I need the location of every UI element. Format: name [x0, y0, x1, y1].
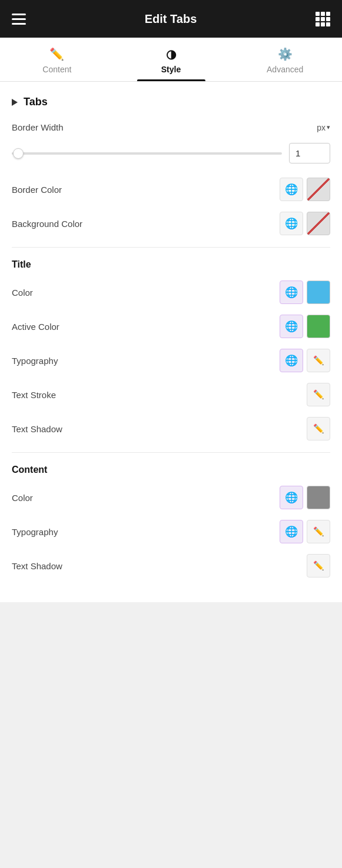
background-color-controls: 🌐	[280, 212, 330, 235]
content-typography-edit-button[interactable]: ✏️	[307, 520, 330, 543]
content-text-shadow-label: Text Shadow	[12, 561, 62, 571]
tabs-section-header: Tabs	[12, 96, 330, 108]
tab-content-label: Content	[42, 65, 71, 74]
border-width-row: Border Width px ▾	[12, 122, 330, 132]
title-color-label: Color	[12, 288, 33, 298]
title-typography-edit-button[interactable]: ✏️	[307, 349, 330, 372]
content-color-label: Color	[12, 493, 33, 503]
border-color-controls: 🌐	[280, 178, 330, 201]
title-typography-label: Typography	[12, 356, 58, 366]
grid-menu-icon[interactable]	[316, 12, 330, 26]
hamburger-menu-icon[interactable]	[12, 14, 26, 25]
content-typography-row: Typography 🌐 ✏️	[12, 520, 330, 543]
active-color-controls: 🌐	[280, 315, 330, 338]
pencil-stroke-icon: ✏️	[313, 389, 324, 400]
unit-chevron-icon: ▾	[327, 123, 330, 131]
slider-thumb[interactable]	[13, 148, 24, 159]
content-color-global-button[interactable]: 🌐	[280, 486, 303, 509]
title-color-controls: 🌐	[280, 281, 330, 304]
header-title: Edit Tabs	[145, 12, 197, 26]
tab-style[interactable]: ◑ Style	[114, 38, 228, 81]
content-typography-controls: 🌐 ✏️	[280, 520, 330, 543]
content-text-shadow-edit-button[interactable]: ✏️	[307, 554, 330, 577]
background-color-label: Background Color	[12, 219, 82, 229]
pencil-content-shadow-icon: ✏️	[313, 560, 324, 571]
pencil-shadow-icon: ✏️	[313, 423, 324, 434]
border-width-input[interactable]	[289, 143, 330, 163]
active-color-swatch[interactable]	[307, 315, 330, 338]
divider-1	[12, 247, 330, 248]
border-width-slider-row	[12, 143, 330, 163]
title-text-shadow-controls: ✏️	[307, 417, 330, 440]
purple-globe-icon-2: 🌐	[285, 320, 298, 333]
border-color-global-button[interactable]: 🌐	[280, 178, 303, 201]
title-color-row: Color 🌐	[12, 281, 330, 304]
content-text-shadow-row: Text Shadow ✏️	[12, 554, 330, 577]
content-text-shadow-controls: ✏️	[307, 554, 330, 577]
header: Edit Tabs	[0, 0, 342, 38]
tab-content[interactable]: ✏️ Content	[0, 38, 114, 81]
active-color-global-button[interactable]: 🌐	[280, 315, 303, 338]
content-color-controls: 🌐	[280, 486, 330, 509]
tab-advanced[interactable]: ⚙️ Advanced	[228, 38, 342, 81]
title-typography-controls: 🌐 ✏️	[280, 349, 330, 372]
globe-icon-2: 🌐	[285, 217, 298, 230]
background-color-row: Background Color 🌐	[12, 212, 330, 235]
pencil-icon: ✏️	[49, 47, 64, 61]
purple-globe-icon: 🌐	[285, 286, 298, 299]
title-section-title: Title	[12, 259, 330, 270]
border-color-row: Border Color 🌐	[12, 178, 330, 201]
border-width-slider[interactable]	[12, 152, 282, 155]
border-width-label: Border Width	[12, 122, 64, 132]
tab-advanced-label: Advanced	[267, 65, 303, 74]
pencil-edit-icon: ✏️	[313, 355, 324, 366]
half-circle-icon: ◑	[166, 47, 176, 61]
unit-value: px	[317, 123, 326, 132]
text-stroke-controls: ✏️	[307, 383, 330, 406]
title-typography-row: Typography 🌐 ✏️	[12, 349, 330, 372]
content-color-row: Color 🌐	[12, 486, 330, 509]
title-text-shadow-row: Text Shadow ✏️	[12, 417, 330, 440]
background-color-global-button[interactable]: 🌐	[280, 212, 303, 235]
tab-style-label: Style	[161, 65, 181, 74]
content-typography-global-button[interactable]: 🌐	[280, 520, 303, 543]
purple-globe-icon-4: 🌐	[285, 491, 298, 504]
border-color-label: Border Color	[12, 185, 62, 195]
title-text-shadow-label: Text Shadow	[12, 424, 62, 434]
background-color-swatch[interactable]	[307, 212, 330, 235]
text-stroke-label: Text Stroke	[12, 390, 56, 400]
divider-2	[12, 452, 330, 453]
globe-icon: 🌐	[285, 183, 298, 196]
purple-globe-icon-5: 🌐	[285, 525, 298, 538]
border-width-controls: px ▾	[317, 123, 330, 132]
title-text-shadow-edit-button[interactable]: ✏️	[307, 417, 330, 440]
content-typography-label: Typography	[12, 527, 58, 537]
active-color-row: Active Color 🌐	[12, 315, 330, 338]
gear-icon: ⚙️	[278, 47, 293, 61]
border-color-swatch[interactable]	[307, 178, 330, 201]
main-content: Tabs Border Width px ▾ Border Color 🌐 Ba…	[0, 82, 342, 602]
text-stroke-edit-button[interactable]: ✏️	[307, 383, 330, 406]
title-typography-global-button[interactable]: 🌐	[280, 349, 303, 372]
unit-selector[interactable]: px ▾	[317, 123, 330, 132]
tab-navigation: ✏️ Content ◑ Style ⚙️ Advanced	[0, 38, 342, 82]
purple-globe-icon-3: 🌐	[285, 354, 298, 367]
title-color-global-button[interactable]: 🌐	[280, 281, 303, 304]
pencil-content-typo-icon: ✏️	[313, 526, 324, 537]
text-stroke-row: Text Stroke ✏️	[12, 383, 330, 406]
active-color-label: Active Color	[12, 322, 59, 332]
content-section-title: Content	[12, 465, 330, 475]
content-color-swatch[interactable]	[307, 486, 330, 509]
tabs-section-title: Tabs	[24, 96, 48, 108]
collapse-triangle-icon[interactable]	[12, 99, 18, 106]
title-color-swatch[interactable]	[307, 281, 330, 304]
